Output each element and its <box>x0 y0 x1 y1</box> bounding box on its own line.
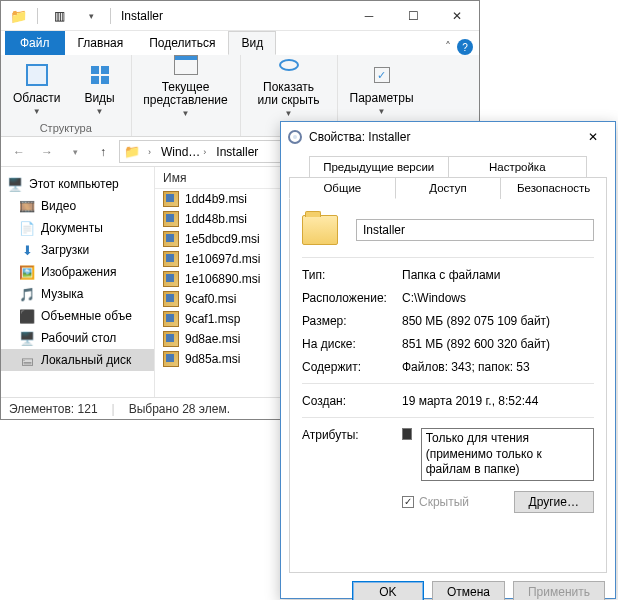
cancel-button[interactable]: Отмена <box>432 581 505 600</box>
status-selected: Выбрано 28 элем. <box>129 402 230 416</box>
ok-button[interactable]: OK <box>352 581 424 600</box>
tab-file[interactable]: Файл <box>5 31 65 55</box>
label-attributes: Атрибуты: <box>302 428 402 442</box>
up-button[interactable]: ↑ <box>91 140 115 164</box>
file-name: 9caf0.msi <box>185 292 236 306</box>
sidebar-item-label: Загрузки <box>41 243 89 257</box>
readonly-label: Только для чтения <box>426 431 589 447</box>
help-icon[interactable]: ? <box>457 39 473 55</box>
file-name: 9caf1.msp <box>185 312 240 326</box>
status-count: Элементов: 121 <box>9 402 98 416</box>
currentview-label: Текущее представление <box>143 81 227 107</box>
label-location: Расположение: <box>302 291 402 305</box>
sidebar-item-label: Видео <box>41 199 76 213</box>
folder-icon: 📁 <box>124 144 140 159</box>
minimize-button[interactable]: ─ <box>347 1 391 30</box>
sidebar-item-label: Документы <box>41 221 103 235</box>
chevron-down-icon: ▼ <box>96 107 104 116</box>
desk-icon: 🖥️ <box>19 330 35 346</box>
value-created: 19 марта 2019 г., 8:52:44 <box>402 394 594 408</box>
label-contains: Содержит: <box>302 360 402 374</box>
tab-home[interactable]: Главная <box>65 31 137 55</box>
tab-general[interactable]: Общие <box>289 177 396 199</box>
showhide-button[interactable]: Показать или скрыть ▼ <box>249 49 329 120</box>
advanced-button[interactable]: Другие… <box>514 491 594 513</box>
label-sizeondisk: На диске: <box>302 337 402 351</box>
group-label: Структура <box>40 122 92 134</box>
msi-icon <box>163 291 179 307</box>
tab-sharing[interactable]: Доступ <box>395 177 502 199</box>
back-button[interactable]: ← <box>7 140 31 164</box>
readonly-label-box: Только для чтения (применимо только к фа… <box>421 428 594 481</box>
sidebar-item-label: Локальный диск <box>41 353 131 367</box>
dl-icon: ⬇ <box>19 242 35 258</box>
value-type: Папка с файлами <box>402 268 594 282</box>
separator <box>302 257 594 258</box>
label-size: Размер: <box>302 314 402 328</box>
options-label: Параметры <box>350 91 414 105</box>
separator: | <box>112 402 115 416</box>
file-name: 1e106890.msi <box>185 272 260 286</box>
sidebar-item[interactable]: 🎵Музыка <box>1 283 154 305</box>
vid-icon: 🎞️ <box>19 198 35 214</box>
qa-separator-2 <box>110 8 111 24</box>
sidebar-item[interactable]: 📄Документы <box>1 217 154 239</box>
msi-icon <box>163 251 179 267</box>
close-button[interactable]: ✕ <box>435 1 479 30</box>
sidebar-item[interactable]: ⬇Загрузки <box>1 239 154 261</box>
recent-button[interactable]: ▾ <box>63 140 87 164</box>
chevron-down-icon: ▼ <box>182 109 190 118</box>
tab-control: Предыдущие версии Настройка Общие Доступ… <box>289 156 607 199</box>
sidebar-item[interactable]: 🖥️Этот компьютер <box>1 173 154 195</box>
forward-button[interactable]: → <box>35 140 59 164</box>
minimize-ribbon-icon[interactable]: ˄ <box>445 40 451 54</box>
file-name: 1dd48b.msi <box>185 212 247 226</box>
tab-previous-versions[interactable]: Предыдущие версии <box>309 156 449 177</box>
tab-panel-general: Тип:Папка с файлами Расположение:C:\Wind… <box>289 199 607 573</box>
layout-icon <box>85 61 115 89</box>
qa-customize-icon[interactable]: ▾ <box>82 7 100 25</box>
file-name: 1e5dbcd9.msi <box>185 232 260 246</box>
qa-properties-icon[interactable]: ▥ <box>50 7 68 25</box>
separator <box>302 417 594 418</box>
close-button[interactable]: ✕ <box>571 123 615 152</box>
file-name: 1dd4b9.msi <box>185 192 247 206</box>
checkbox-icon: ✓ <box>367 61 397 89</box>
sidebar-item[interactable]: ⬛Объемные объе <box>1 305 154 327</box>
sidebar-item[interactable]: 🎞️Видео <box>1 195 154 217</box>
views-label: Виды <box>84 91 114 105</box>
maximize-button[interactable]: ☐ <box>391 1 435 30</box>
sidebar-item[interactable]: 🖥️Рабочий стол <box>1 327 154 349</box>
sidebar-item[interactable]: 🖼️Изображения <box>1 261 154 283</box>
hidden-checkbox: ✓ <box>402 496 414 508</box>
breadcrumb-item[interactable]: Installer <box>212 145 262 159</box>
file-name: 1e10697d.msi <box>185 252 260 266</box>
readonly-checkbox[interactable] <box>402 428 412 440</box>
separator <box>302 383 594 384</box>
eye-icon <box>274 51 304 79</box>
img-icon: 🖼️ <box>19 264 35 280</box>
window-title: Installer <box>115 9 347 23</box>
options-button[interactable]: ✓ Параметры ▼ <box>346 59 418 118</box>
views-button[interactable]: Виды ▼ <box>77 59 123 118</box>
sidebar-item[interactable]: 🖴Локальный диск <box>1 349 154 371</box>
group-label <box>184 122 187 134</box>
mus-icon: 🎵 <box>19 286 35 302</box>
breadcrumb-item[interactable]: › <box>144 147 155 157</box>
tab-security[interactable]: Безопасность <box>500 177 607 199</box>
navigation-pane: 🖥️Этот компьютер🎞️Видео📄Документы⬇Загруз… <box>1 167 155 397</box>
msi-icon <box>163 191 179 207</box>
tab-customize[interactable]: Настройка <box>448 156 588 177</box>
panes-button[interactable]: Области ▼ <box>9 59 65 118</box>
panes-label: Области <box>13 91 61 105</box>
apply-button[interactable]: Применить <box>513 581 605 600</box>
breadcrumb-item[interactable]: Wind…› <box>157 145 210 159</box>
sidebar-item-label: Этот компьютер <box>29 177 119 191</box>
folder-name-input[interactable] <box>356 219 594 241</box>
pc-icon: 🖥️ <box>7 176 23 192</box>
value-size: 850 МБ (892 075 109 байт) <box>402 314 594 328</box>
currentview-button[interactable]: Текущее представление ▼ <box>140 49 232 120</box>
label-type: Тип: <box>302 268 402 282</box>
table-icon <box>171 51 201 79</box>
hidden-label: Скрытый <box>419 495 469 509</box>
